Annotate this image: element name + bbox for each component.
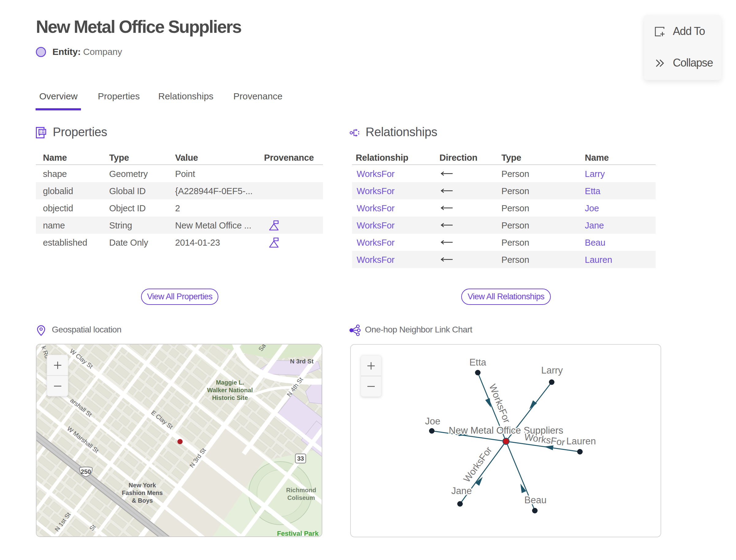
svg-text:Walker National: Walker National — [207, 387, 253, 393]
svg-text:250: 250 — [81, 468, 91, 475]
svg-text:New York: New York — [128, 482, 156, 489]
svg-text:Maggie L.: Maggie L. — [216, 379, 244, 386]
svg-text:Jane: Jane — [451, 485, 472, 496]
svg-text:33: 33 — [297, 455, 304, 462]
svg-text:Historic Site: Historic Site — [212, 394, 248, 401]
svg-text:N 3rd St: N 3rd St — [290, 358, 314, 365]
svg-text:Etta: Etta — [469, 357, 486, 368]
svg-text:& Boys: & Boys — [132, 497, 153, 504]
svg-text:Richmond: Richmond — [286, 487, 316, 493]
svg-text:Lauren: Lauren — [566, 436, 596, 447]
svg-text:Beau: Beau — [524, 495, 546, 505]
svg-text:Joe: Joe — [425, 416, 440, 427]
svg-text:Larry: Larry — [541, 365, 563, 376]
svg-text:Festival Park: Festival Park — [277, 530, 319, 536]
svg-text:Coliseum: Coliseum — [287, 494, 315, 501]
svg-text:Fashion Mens: Fashion Mens — [122, 489, 163, 496]
